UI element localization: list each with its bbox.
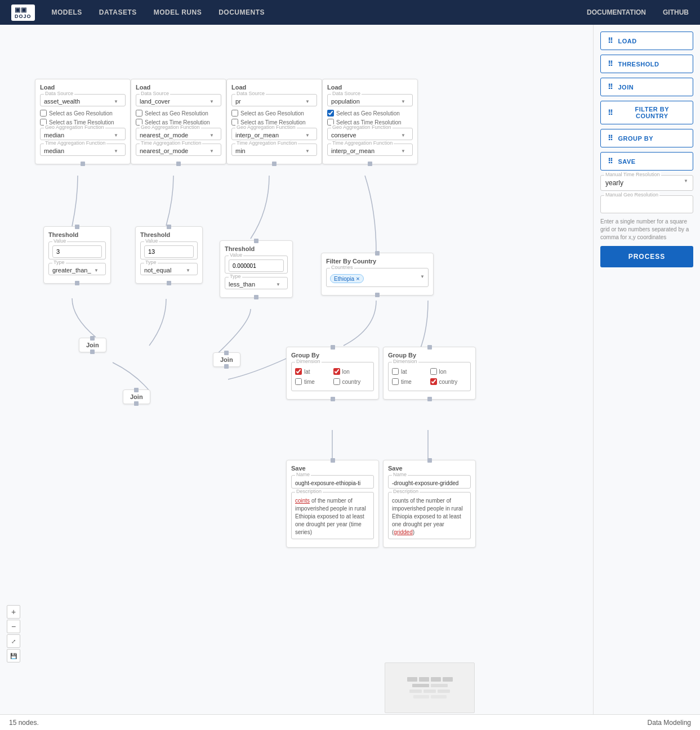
threshold2-value-field: Value ▲ ▼ [140, 241, 198, 259]
load2-geo-checkbox[interactable] [136, 110, 142, 117]
threshold1-handle-top[interactable] [75, 225, 79, 229]
nav-model-runs[interactable]: MODEL RUNS [154, 8, 202, 16]
load3-timeagg-select[interactable]: min [235, 147, 313, 154]
threshold3-handle-top[interactable] [254, 239, 258, 243]
groupby2-country-checkbox[interactable] [430, 378, 437, 385]
zoom-fit-button[interactable]: ⤢ [7, 634, 20, 648]
groupby2-lon-checkbox[interactable] [430, 368, 437, 375]
load3-geo-checkbox[interactable] [231, 110, 238, 117]
save1-name-input[interactable] [295, 480, 370, 486]
minimap-block-2 [419, 677, 429, 682]
join-node-3[interactable]: Join [123, 389, 150, 404]
save2-handle-top[interactable] [427, 458, 432, 463]
save2-description-field: Description counts of the number of impo… [388, 492, 471, 539]
join-button[interactable]: ⠿ JOIN [600, 78, 693, 96]
load1-geo-label: Select as Geo Resolution [49, 110, 113, 117]
groupby2-lat-checkbox[interactable] [392, 368, 399, 375]
threshold2-handle-bottom[interactable] [167, 281, 171, 285]
threshold2-value-input[interactable] [145, 247, 194, 257]
zoom-save-button[interactable]: 💾 [7, 649, 20, 662]
join2-handle-top[interactable] [224, 351, 229, 355]
zoom-out-button[interactable]: − [7, 620, 20, 633]
groupby1-country-checkbox[interactable] [333, 378, 340, 385]
threshold3-type-wrap: less_than ▼ [229, 281, 284, 288]
filter-handle-bottom[interactable] [375, 293, 380, 297]
groupby1-lat-checkbox[interactable] [295, 368, 302, 375]
load4-geo-checkbox[interactable] [327, 110, 334, 117]
process-button[interactable]: PROCESS [600, 246, 693, 267]
join1-handle-bottom[interactable] [90, 350, 95, 354]
nav-models[interactable]: MODELS [52, 8, 82, 16]
save2-name-field: Name [388, 475, 471, 489]
join-node-1[interactable]: Join [79, 338, 106, 352]
save-button[interactable]: ⠿ SAVE [600, 152, 693, 171]
save2-title: Save [388, 465, 471, 472]
group-by-button[interactable]: ⠿ GROUP BY [600, 129, 693, 147]
load4-geoagg-label: Geo Aggregation Function [331, 124, 393, 130]
filter-countries-arrow[interactable]: ▼ [420, 274, 425, 279]
manual-geo-resolution-input[interactable] [605, 199, 688, 209]
group-by-node-2: Group By Dimension lat lon [383, 347, 476, 400]
load1-datasource-select[interactable]: asset_wealth [44, 98, 122, 105]
minimap-block-4 [443, 677, 453, 682]
load3-datasource-select[interactable]: pr [235, 98, 313, 105]
save1-description-coints[interactable]: coints [295, 498, 310, 504]
threshold3-value-input[interactable] [229, 261, 284, 271]
join3-handle-bottom[interactable] [134, 401, 139, 406]
load2-handle-bottom[interactable] [176, 162, 181, 166]
threshold1-handle-bottom[interactable] [75, 281, 79, 285]
zoom-in-button[interactable]: + [7, 605, 20, 619]
save2-name-input[interactable] [392, 480, 467, 486]
nav-documentation[interactable]: DOCUMENTATION [587, 8, 646, 16]
load1-timeagg-select[interactable]: median [44, 147, 122, 154]
load2-datasource-select[interactable]: land_cover [140, 98, 217, 105]
load4-timeagg-select[interactable]: interp_or_mean [331, 147, 409, 154]
load3-geoagg-select[interactable]: interp_or_mean [235, 132, 313, 138]
groupby1-handle-bottom[interactable] [331, 397, 335, 401]
manual-time-resolution-label: Manual Time Resolution [604, 172, 661, 177]
load2-geoagg-select[interactable]: nearest_or_mode [140, 132, 217, 138]
groupby1-time-checkbox[interactable] [295, 378, 302, 385]
minimap-block-8 [423, 689, 436, 693]
groupby1-handle-top[interactable] [331, 345, 335, 350]
threshold-node-3: Threshold Value ▲ ▼ Type l [220, 240, 293, 298]
load-button[interactable]: ⠿ LOAD [600, 32, 693, 50]
load4-datasource-field: Data Source population ▼ [327, 94, 413, 106]
groupby1-lon-checkbox[interactable] [333, 368, 340, 375]
threshold3-type-select[interactable]: less_than [229, 281, 284, 288]
filter-by-country-button[interactable]: ⠿ FILTER BY COUNTRY [600, 101, 693, 124]
filter-handle-top[interactable] [375, 251, 380, 256]
threshold1-value-input[interactable] [53, 247, 102, 257]
canvas-area[interactable]: Load Data Source asset_wealth ▼ Select a… [0, 25, 593, 730]
load4-handle-bottom[interactable] [368, 162, 372, 166]
threshold3-handle-bottom[interactable] [254, 295, 258, 299]
threshold3-value-field: Value ▲ ▼ [225, 256, 288, 274]
groupby2-handle-bottom[interactable] [427, 397, 432, 401]
nav-github[interactable]: GITHUB [663, 8, 689, 16]
join-button-label: JOIN [618, 84, 634, 91]
threshold2-type-select[interactable]: not_equal [144, 267, 194, 274]
save2-description-gridded[interactable]: gridded [394, 529, 412, 535]
load1-geo-checkbox[interactable] [40, 110, 47, 117]
manual-time-resolution-select[interactable]: yearly monthly daily [605, 179, 684, 187]
threshold2-handle-top[interactable] [167, 225, 171, 229]
threshold1-type-select[interactable]: greater_than_ [52, 267, 102, 274]
join1-handle-top[interactable] [90, 336, 95, 341]
load3-handle-bottom[interactable] [272, 162, 277, 166]
load4-datasource-select[interactable]: population [331, 98, 409, 105]
groupby2-handle-top[interactable] [427, 345, 432, 350]
join2-handle-bottom[interactable] [224, 364, 229, 369]
load1-geoagg-select[interactable]: median [44, 132, 122, 138]
save1-handle-top[interactable] [331, 458, 335, 463]
load2-timeagg-select[interactable]: nearest_or_mode [140, 147, 217, 154]
nav-documents[interactable]: DOCUMENTS [219, 8, 265, 16]
ethiopia-tag-remove[interactable]: × [356, 275, 359, 282]
join-node-2[interactable]: Join [213, 352, 240, 367]
groupby2-time-checkbox[interactable] [392, 378, 399, 385]
join3-handle-top[interactable] [134, 388, 139, 392]
ethiopia-tag-label: Ethiopia [334, 276, 354, 282]
threshold-button[interactable]: ⠿ THRESHOLD [600, 55, 693, 73]
load1-handle-bottom[interactable] [81, 162, 85, 166]
nav-datasets[interactable]: DATASETS [99, 8, 137, 16]
load4-geoagg-select[interactable]: conserve [331, 132, 409, 138]
